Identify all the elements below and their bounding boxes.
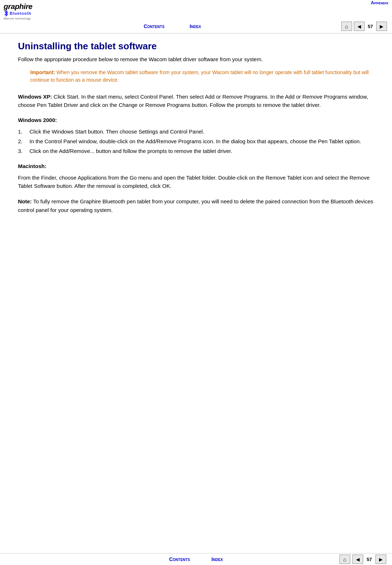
footer-back-arrow-icon: ◀ [356, 557, 360, 562]
windows-xp-text: Windows XP: Click Start. In the start me… [18, 92, 374, 109]
main-content: Uninstalling the tablet software Follow … [0, 33, 392, 229]
step-3-text: Click on the Add/Remove... button and fo… [29, 147, 232, 155]
note-body: To fully remove the Graphire Bluetooth p… [18, 198, 373, 213]
footer-index-link[interactable]: Index [211, 556, 223, 562]
back-button[interactable]: ◀ [354, 22, 365, 31]
list-num-1: 1. [18, 127, 27, 136]
step-2-text: In the Control Panel window, double-clic… [29, 137, 361, 145]
logo-tagline: Wacom technology [4, 17, 32, 20]
footer-forward-arrow-icon: ▶ [379, 557, 383, 562]
footer-controls: ⌂ ◀ 57 ▶ [339, 555, 386, 564]
header-row1: graphire Bluetooth Wacom technology Appe… [0, 0, 392, 20]
header-page-number: 57 [368, 24, 373, 29]
windows-2000-section: Windows 2000: 1. Click the Windows Start… [18, 116, 374, 155]
list-item: 3. Click on the Add/Remove... button and… [18, 147, 374, 155]
header-nav: Contents Index [4, 23, 341, 29]
important-prefix: Important: [30, 69, 55, 75]
note-section: Note: To fully remove the Graphire Bluet… [18, 197, 374, 214]
forward-button[interactable]: ▶ [376, 22, 387, 31]
step-1-text: Click the Windows Start button. Then cho… [29, 127, 204, 136]
appendix-label[interactable]: Appendix [371, 0, 388, 5]
macintosh-heading: Macintosh: [18, 162, 374, 171]
header-index-link[interactable]: Index [190, 23, 201, 29]
footer-contents-link[interactable]: Contents [169, 556, 190, 562]
home-icon: ⌂ [345, 23, 348, 30]
list-item: 1. Click the Windows Start button. Then … [18, 127, 374, 136]
footer-home-button[interactable]: ⌂ [339, 555, 350, 564]
bluetooth-label: Bluetooth [10, 11, 31, 15]
list-num-3: 3. [18, 147, 27, 155]
important-text: Important: When you remove the Wacom tab… [30, 69, 369, 83]
header-row2: Contents Index ⌂ ◀ 57 ▶ [0, 20, 392, 33]
note-prefix: Note: [18, 198, 32, 204]
page-footer: Contents Index ⌂ ◀ 57 ▶ [0, 553, 392, 565]
windows-xp-heading: Windows XP: [18, 94, 52, 100]
windows-2000-heading: Windows 2000: [18, 116, 374, 125]
bluetooth-icon [4, 10, 9, 17]
windows-2000-steps: 1. Click the Windows Start button. Then … [18, 127, 374, 155]
macintosh-section: Macintosh: From the Finder, choose Appli… [18, 162, 374, 190]
footer-back-button[interactable]: ◀ [352, 555, 363, 564]
note-text: Note: To fully remove the Graphire Bluet… [18, 197, 374, 214]
footer-page-number: 57 [367, 557, 372, 562]
windows-xp-section: Windows XP: Click Start. In the start me… [18, 92, 374, 109]
page-title: Uninstalling the tablet software [18, 41, 374, 52]
logo-bluetooth-row: Bluetooth [4, 10, 32, 17]
intro-paragraph: Follow the appropriate procedure below t… [18, 55, 374, 64]
logo: graphire Bluetooth Wacom technology [4, 2, 32, 20]
forward-arrow-icon: ▶ [380, 24, 383, 29]
windows-xp-body: Click Start. In the start menu, select C… [18, 94, 368, 108]
page-header: graphire Bluetooth Wacom technology Appe… [0, 0, 392, 33]
logo-graphire-text: graphire [4, 2, 32, 11]
macintosh-body: From the Finder, choose Applications fro… [18, 173, 374, 190]
footer-home-icon: ⌂ [343, 556, 346, 562]
home-button[interactable]: ⌂ [341, 22, 352, 31]
list-num-2: 2. [18, 137, 27, 145]
back-arrow-icon: ◀ [357, 24, 361, 29]
footer-forward-button[interactable]: ▶ [375, 555, 386, 564]
list-item: 2. In the Control Panel window, double-c… [18, 137, 374, 145]
header-controls: ⌂ ◀ 57 ▶ [341, 22, 387, 31]
header-contents-link[interactable]: Contents [143, 23, 164, 29]
footer-nav: Contents Index [6, 556, 386, 562]
important-box: Important: When you remove the Wacom tab… [18, 67, 374, 85]
important-body: When you remove the Wacom tablet softwar… [30, 69, 369, 83]
